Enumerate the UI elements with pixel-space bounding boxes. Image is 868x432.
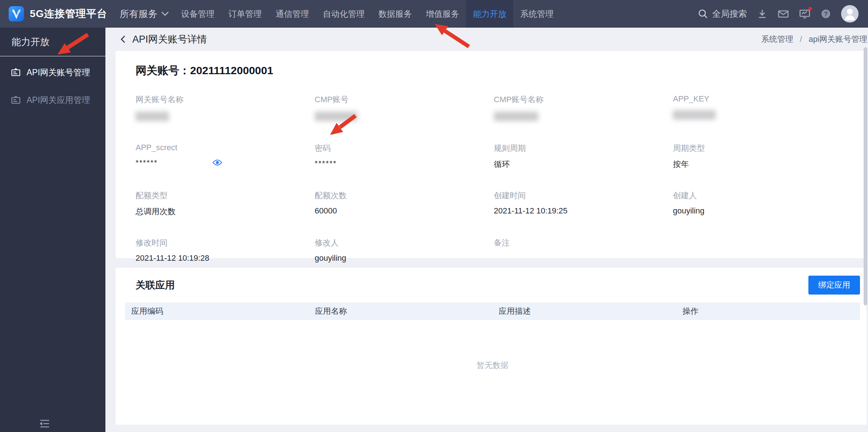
eye-icon — [212, 159, 222, 167]
redacted-value — [315, 112, 358, 121]
breadcrumb-current: api网关账号管理 — [809, 35, 867, 44]
nav-item-system-mgmt[interactable]: 系统管理 — [513, 0, 560, 28]
reveal-secret-button[interactable] — [212, 159, 222, 167]
nav-right-tools: 全局搜索 ? — [698, 5, 868, 23]
redacted-value — [136, 112, 169, 121]
svg-text:?: ? — [824, 11, 828, 17]
clipboard-icon — [11, 95, 21, 105]
mail-icon — [777, 8, 789, 19]
monitor-button[interactable] — [799, 8, 811, 19]
nav-item-comm-mgmt[interactable]: 通信管理 — [269, 0, 316, 28]
nav-item-capability-open[interactable]: 能力开放 — [466, 0, 513, 28]
field-creator: 创建人 gouyiling — [673, 190, 852, 217]
notification-badge — [808, 7, 812, 11]
related-apps-title: 关联应用 — [136, 279, 175, 292]
empty-state-text: 暂无数据 — [125, 320, 860, 411]
avatar-person-icon — [841, 5, 859, 23]
nav-item-data-service[interactable]: 数据服务 — [371, 0, 419, 28]
redacted-value — [494, 112, 538, 121]
menu-fold-icon — [38, 418, 51, 429]
breadcrumb: 系统管理 / api网关账号管理 — [761, 34, 868, 45]
field-gateway-account-name: 网关账号名称 — [136, 94, 315, 123]
field-cycle-type: 周期类型 按年 — [673, 143, 852, 170]
column-header-actions: 操作 — [676, 306, 860, 317]
field-empty-cell — [673, 237, 852, 264]
sidebar-collapse-button[interactable] — [38, 418, 51, 429]
field-password: 密码 ****** — [315, 143, 494, 170]
field-create-time: 创建时间 2021-11-12 10:19:25 — [494, 190, 673, 217]
field-app-key: APP_KEY — [673, 94, 852, 123]
back-chevron-icon — [118, 34, 128, 45]
sidebar-section-title: 能力开放 — [0, 28, 105, 56]
related-apps-header: 关联应用 绑定应用 — [125, 276, 860, 295]
masked-value: ****** — [136, 158, 158, 167]
top-navbar: 5G连接管理平台 所有服务 设备管理 订单管理 通信管理 自动化管理 数据服务 … — [0, 0, 868, 28]
gateway-account-title: 网关账号：20211112000001 — [136, 63, 852, 78]
detail-field-grid: 网关账号名称 CMP账号 CMP账号名称 APP_KEY APP_screct … — [136, 94, 852, 264]
gateway-account-detail-card: 网关账号：20211112000001 网关账号名称 CMP账号 CMP账号名称… — [116, 51, 867, 258]
page-title: API网关账号详情 — [132, 33, 207, 46]
column-header-app-desc: 应用描述 — [493, 306, 676, 317]
field-modifier: 修改人 gouyiling — [315, 237, 494, 264]
sidebar-item-label: API网关应用管理 — [27, 95, 90, 106]
field-remark: 备注 — [494, 237, 673, 264]
field-cmp-account: CMP账号 — [315, 94, 494, 123]
column-header-app-name: 应用名称 — [309, 306, 493, 317]
vertical-scrollbar-thumb[interactable] — [864, 47, 867, 305]
masked-value: ****** — [315, 159, 494, 169]
messages-button[interactable] — [777, 8, 789, 19]
user-avatar[interactable] — [841, 5, 859, 23]
nav-item-automation-mgmt[interactable]: 自动化管理 — [316, 0, 371, 28]
page-header: API网关账号详情 系统管理 / api网关账号管理 — [105, 28, 868, 51]
nav-item-all-services[interactable]: 所有服务 — [117, 0, 174, 28]
field-rule-cycle: 规则周期 循环 — [494, 143, 673, 170]
platform-logo-icon — [8, 5, 25, 22]
sidebar-divider — [0, 56, 105, 56]
field-modify-time: 修改时间 2021-11-12 10:19:28 — [136, 237, 315, 264]
field-app-secret: APP_screct ****** — [136, 143, 315, 170]
main-nav: 所有服务 设备管理 订单管理 通信管理 自动化管理 数据服务 增值服务 能力开放… — [117, 0, 560, 28]
download-icon — [757, 8, 768, 19]
gateway-account-number: 20211112000001 — [190, 64, 273, 76]
main-content: API网关账号详情 系统管理 / api网关账号管理 网关账号：20211112… — [105, 28, 868, 432]
nav-item-order-mgmt[interactable]: 订单管理 — [221, 0, 269, 28]
download-button[interactable] — [757, 8, 768, 19]
sidebar: 能力开放 API网关账号管理 API网关应用管理 — [0, 28, 105, 432]
global-search-label: 全局搜索 — [712, 8, 747, 20]
related-apps-table-header: 应用编码 应用名称 应用描述 操作 — [125, 303, 860, 320]
sidebar-item-label: API网关账号管理 — [27, 67, 90, 78]
search-icon — [698, 8, 708, 19]
sidebar-item-api-gateway-account-mgmt[interactable]: API网关账号管理 — [0, 61, 105, 84]
field-quota-type: 配额类型 总调用次数 — [136, 190, 315, 217]
related-apps-card: 关联应用 绑定应用 应用编码 应用名称 应用描述 操作 暂无数据 — [116, 268, 867, 425]
help-button[interactable]: ? — [820, 8, 831, 19]
breadcrumb-parent[interactable]: 系统管理 — [761, 35, 793, 44]
column-header-app-code: 应用编码 — [125, 306, 309, 317]
redacted-value — [673, 110, 716, 120]
help-icon: ? — [820, 8, 831, 19]
field-cmp-account-name: CMP账号名称 — [494, 94, 673, 123]
platform-title: 5G连接管理平台 — [30, 7, 107, 21]
gateway-account-label: 网关账号： — [136, 64, 190, 76]
nav-item-device-mgmt[interactable]: 设备管理 — [174, 0, 221, 28]
platform-logo[interactable]: 5G连接管理平台 — [0, 5, 107, 22]
sidebar-item-api-gateway-app-mgmt[interactable]: API网关应用管理 — [0, 88, 105, 112]
clipboard-icon — [11, 68, 21, 77]
bind-app-button[interactable]: 绑定应用 — [808, 276, 860, 295]
field-quota-count: 配额次数 60000 — [315, 190, 494, 217]
nav-item-value-added[interactable]: 增值服务 — [419, 0, 466, 28]
global-search[interactable]: 全局搜索 — [698, 8, 747, 20]
breadcrumb-separator: / — [800, 35, 802, 44]
back-button[interactable] — [118, 34, 128, 45]
chevron-down-icon — [161, 11, 169, 16]
